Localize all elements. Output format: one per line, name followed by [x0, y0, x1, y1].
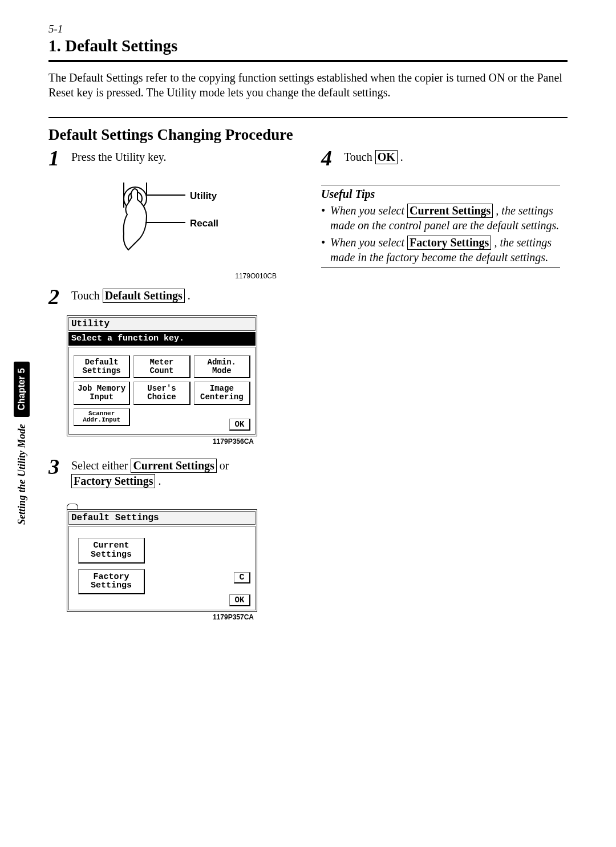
page-section-number: 5-1 [48, 23, 568, 35]
step-text-fragment: Touch [71, 289, 103, 302]
lcd-button-users-choice[interactable]: User'sChoice [133, 382, 190, 404]
step-number: 3 [48, 456, 64, 477]
section-rule [48, 117, 568, 118]
step-text: Select either Current Settings or Factor… [71, 456, 229, 489]
step-text: Press the Utility key. [71, 147, 166, 165]
factory-settings-box: Factory Settings [71, 474, 155, 488]
lcd-tab [67, 504, 78, 510]
lcd-button-image-centering[interactable]: ImageCentering [194, 382, 250, 404]
step-text: Touch OK . [344, 147, 403, 165]
utility-label: Utility [190, 191, 217, 202]
lcd-ok-button[interactable]: OK [229, 419, 250, 431]
step-text-fragment: Touch [344, 151, 375, 163]
lcd-message: Select a function key. [68, 332, 256, 346]
title-rule [48, 60, 568, 62]
step-2: 2 Touch Default Settings . [48, 286, 295, 307]
lcd-title: Default Settings [68, 511, 256, 525]
default-settings-box: Default Settings [103, 289, 185, 303]
current-settings-box: Current Settings [131, 459, 216, 473]
step-text-fragment: . [185, 289, 191, 302]
lcd-title: Utility [68, 317, 256, 331]
figure-code: 1179O010CB [48, 272, 277, 280]
lcd-button-meter-count[interactable]: MeterCount [133, 355, 190, 378]
step-3: 3 Select either Current Settings or Fact… [48, 456, 295, 489]
default-settings-lcd-panel: Default Settings CurrentSettings Factory… [67, 504, 257, 621]
tip-2: • When you select Factory Settings , the… [321, 235, 568, 265]
tip-1: • When you select Current Settings , the… [321, 203, 568, 233]
tips-rule-top [321, 185, 560, 185]
tip-text-fragment: When you select [330, 236, 407, 249]
utility-key-illustration: Utility Recall [111, 183, 295, 271]
utility-lcd-panel: Utility Select a function key. DefaultSe… [67, 315, 257, 445]
step-1: 1 Press the Utility key. [48, 147, 295, 169]
intro-paragraph: The Default Settings refer to the copyin… [48, 70, 568, 100]
lcd-button-admin-mode[interactable]: Admin.Mode [194, 355, 250, 378]
step-text: Touch Default Settings . [71, 286, 191, 303]
page-title: 1. Default Settings [48, 37, 568, 55]
lcd-button-job-memory-input[interactable]: Job MemoryInput [74, 382, 130, 404]
factory-settings-box: Factory Settings [407, 236, 491, 250]
bullet-icon: • [321, 235, 325, 250]
chapter-side-tab: Setting the Utility Mode Chapter 5 [14, 362, 30, 525]
bullet-icon: • [321, 203, 325, 218]
lcd-button-current-settings[interactable]: CurrentSettings [78, 538, 145, 564]
figure-code: 1179P357CA [67, 613, 254, 621]
tip-text-fragment: When you select [330, 204, 407, 217]
step-number: 1 [48, 147, 64, 169]
lcd-button-factory-settings[interactable]: FactorySettings [78, 569, 145, 595]
step-text-fragment: Select either [71, 459, 131, 472]
lcd-button-scanner-addr-input[interactable]: ScannerAddr.Input [74, 408, 130, 426]
step-text-fragment: . [155, 475, 161, 487]
side-tab-chapter: Chapter 5 [14, 362, 30, 418]
step-text-fragment: or [217, 459, 229, 472]
lcd-c-button[interactable]: C [234, 572, 250, 583]
tips-rule-bottom [321, 267, 560, 268]
ok-box: OK [375, 150, 398, 164]
step-number: 4 [321, 147, 337, 169]
step-text-fragment: . [398, 151, 403, 163]
recall-label: Recall [190, 218, 218, 229]
section-heading: Default Settings Changing Procedure [48, 126, 568, 144]
step-number: 2 [48, 286, 64, 307]
side-tab-mode: Setting the Utility Mode [16, 424, 28, 525]
useful-tips-heading: Useful Tips [321, 188, 568, 201]
lcd-ok-button[interactable]: OK [229, 594, 250, 606]
lcd-button-default-settings[interactable]: DefaultSettings [74, 355, 130, 378]
step-4: 4 Touch OK . [321, 147, 568, 169]
current-settings-box: Current Settings [407, 204, 493, 218]
figure-code: 1179P356CA [67, 437, 254, 445]
